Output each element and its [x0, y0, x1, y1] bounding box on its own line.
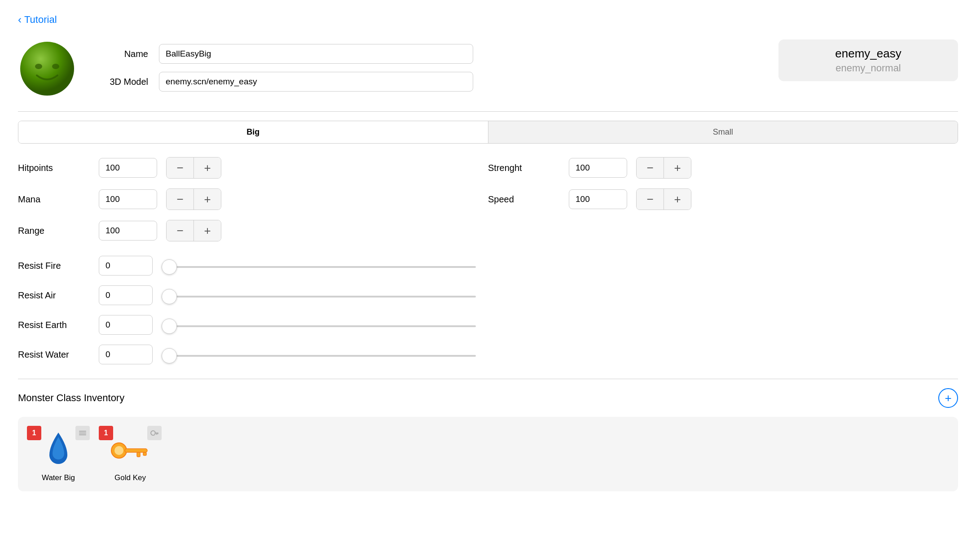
name-label: Name — [94, 49, 148, 59]
speed-row: Speed − + — [488, 188, 958, 210]
mana-row: Mana − + — [18, 188, 488, 210]
tab-small[interactable]: Small — [488, 121, 958, 143]
list-item: 1 — [99, 426, 162, 482]
resist-earth-slider[interactable] — [162, 325, 476, 327]
item-action-water[interactable] — [75, 426, 90, 440]
back-button[interactable]: ‹ Tutorial — [18, 13, 57, 26]
dropdown-secondary: enemy_normal — [796, 62, 940, 74]
resist-earth-input[interactable] — [99, 315, 153, 335]
gold-key-icon — [110, 430, 150, 471]
resist-earth-slider-container — [162, 320, 476, 329]
resist-fire-input[interactable] — [99, 256, 153, 276]
svg-rect-10 — [137, 452, 140, 457]
model-label: 3D Model — [94, 77, 148, 87]
svg-rect-11 — [143, 452, 146, 455]
mana-stepper: − + — [166, 188, 221, 210]
header-divider — [18, 111, 958, 112]
name-row: Name — [94, 44, 752, 64]
resist-earth-row: Resist Earth — [18, 315, 958, 335]
svg-point-1 — [35, 64, 42, 69]
left-stats: Hitpoints − + Mana − + Range — [18, 157, 488, 251]
range-label: Range — [18, 226, 90, 236]
resist-water-row: Resist Water — [18, 345, 958, 364]
speed-stepper: − + — [636, 188, 691, 210]
water-big-icon — [38, 430, 79, 471]
svg-point-2 — [52, 64, 59, 69]
resist-water-label: Resist Water — [18, 350, 90, 360]
model-dropdown[interactable]: enemy_easy enemy_normal — [778, 39, 958, 81]
strength-label: Strenght — [488, 163, 560, 173]
header-section: Name 3D Model enemy_easy enemy_normal — [18, 39, 958, 98]
right-stats: Strenght − + Speed − + — [488, 157, 958, 251]
strength-stepper: − + — [636, 157, 691, 179]
strength-decrement[interactable]: − — [637, 158, 664, 178]
resist-water-slider-container — [162, 350, 476, 359]
hitpoints-stepper: − + — [166, 157, 221, 179]
resist-section: Resist Fire Resist Air Resist Earth Resi… — [18, 256, 958, 370]
hitpoints-increment[interactable]: + — [194, 158, 221, 178]
resist-air-label: Resist Air — [18, 290, 90, 301]
svg-point-8 — [114, 446, 123, 455]
speed-input[interactable] — [569, 189, 627, 209]
hitpoints-input[interactable] — [99, 158, 157, 178]
hitpoints-row: Hitpoints − + — [18, 157, 488, 179]
item-name-water: Water Big — [42, 473, 75, 482]
main-page: ‹ Tutorial — [0, 0, 976, 560]
range-increment[interactable]: + — [194, 220, 221, 241]
svg-point-0 — [20, 42, 74, 96]
size-tabs: Big Small — [18, 121, 958, 144]
item-badge-water: 1 — [27, 426, 41, 440]
strength-input[interactable] — [569, 158, 627, 178]
strength-row: Strenght − + — [488, 157, 958, 179]
svg-rect-9 — [125, 449, 147, 452]
mana-label: Mana — [18, 194, 90, 205]
range-input[interactable] — [99, 221, 157, 241]
resist-water-slider[interactable] — [162, 355, 476, 357]
item-name-key: Gold Key — [114, 473, 146, 482]
dropdown-selected: enemy_easy — [796, 47, 940, 61]
item-action-key[interactable] — [147, 426, 162, 440]
resist-fire-slider-container — [162, 261, 476, 270]
range-row: Range − + — [18, 220, 488, 241]
hitpoints-label: Hitpoints — [18, 163, 90, 173]
avatar — [18, 39, 76, 98]
speed-increment[interactable]: + — [664, 189, 691, 210]
mana-decrement[interactable]: − — [167, 189, 193, 210]
resist-fire-label: Resist Fire — [18, 261, 90, 271]
stats-section: Hitpoints − + Mana − + Range — [18, 157, 958, 251]
back-label: Tutorial — [24, 14, 57, 26]
resist-air-slider[interactable] — [162, 296, 476, 298]
resist-water-input[interactable] — [99, 345, 153, 364]
resist-air-row: Resist Air — [18, 285, 958, 305]
tab-big[interactable]: Big — [18, 121, 488, 143]
resist-fire-row: Resist Fire — [18, 256, 958, 276]
resist-air-slider-container — [162, 291, 476, 300]
model-input[interactable] — [159, 72, 473, 92]
range-decrement[interactable]: − — [167, 220, 193, 241]
mana-input[interactable] — [99, 189, 157, 209]
speed-decrement[interactable]: − — [637, 189, 664, 210]
mana-increment[interactable]: + — [194, 189, 221, 210]
inventory-title: Monster Class Inventory — [18, 392, 124, 404]
list-item: 1 Water Big — [27, 426, 90, 482]
chevron-left-icon: ‹ — [18, 13, 22, 26]
inventory-divider — [18, 379, 958, 379]
range-stepper: − + — [166, 220, 221, 241]
inventory-grid: 1 Water Big 1 — [18, 417, 958, 491]
name-model-section: Name 3D Model — [94, 39, 752, 92]
add-inventory-button[interactable]: + — [938, 388, 958, 408]
name-input[interactable] — [159, 44, 473, 64]
model-row: 3D Model — [94, 72, 752, 92]
inventory-header: Monster Class Inventory + — [18, 388, 958, 408]
hitpoints-decrement[interactable]: − — [167, 158, 193, 178]
inventory-section: Monster Class Inventory + 1 Water — [18, 388, 958, 491]
resist-earth-label: Resist Earth — [18, 320, 90, 330]
resist-fire-slider[interactable] — [162, 266, 476, 268]
strength-increment[interactable]: + — [664, 158, 691, 178]
resist-air-input[interactable] — [99, 285, 153, 305]
speed-label: Speed — [488, 194, 560, 205]
item-badge-key: 1 — [99, 426, 113, 440]
